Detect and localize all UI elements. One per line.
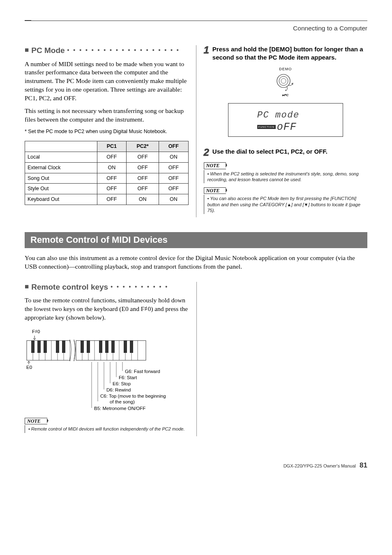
pc-mode-table: PC1 PC2* OFF LocalOFFOFFON External Cloc… — [25, 141, 189, 205]
table-row: Song OutOFFOFFOFF — [25, 173, 189, 184]
svg-rect-10 — [31, 341, 35, 353]
manual-name: DGX-220/YPG-225 Owner's Manual — [284, 463, 356, 468]
step-1: 1 Press and hold the [DEMO] button for l… — [204, 45, 368, 62]
remote-right-col — [197, 282, 367, 436]
remote-para: To use the remote control functions, sim… — [25, 296, 189, 322]
label-lines — [25, 362, 189, 411]
dial-icon — [273, 73, 298, 92]
svg-rect-16 — [76, 341, 146, 360]
lcd-bottom-row: FUNCTIONoFF — [257, 120, 334, 134]
pc-mode-para2: This setting is not necessary when trans… — [25, 107, 189, 124]
table-row: Keyboard OutOFFONON — [25, 194, 189, 205]
svg-rect-30 — [105, 341, 108, 353]
table-row: LocalOFFOFFON — [25, 152, 189, 162]
label-c6-line1: C6: Top (move to the beginning — [100, 393, 166, 399]
right-column: 1 Press and hold the [DEMO] button for l… — [196, 45, 368, 217]
svg-rect-14 — [62, 341, 65, 353]
category-down-icon: ▼ — [304, 202, 309, 207]
pc-mode-footnote: * Set the PC mode to PC2 when using Digi… — [25, 128, 189, 135]
header-rule — [25, 21, 367, 21]
label-d6: D6: Rewind — [106, 387, 131, 393]
remote-keys-heading: ■Remote control keys • • • • • • • • • • — [25, 282, 189, 292]
label-e6: E6: Stop — [113, 381, 131, 387]
breadcrumb: Connecting to a Computer — [25, 24, 367, 33]
pc-sublabel: ▸PC — [204, 93, 368, 98]
table-row: External ClockONOFFOFF — [25, 162, 189, 173]
svg-rect-32 — [124, 341, 127, 353]
remote-intro: You can also use this instrument as a re… — [25, 254, 367, 271]
left-column: ■PC Mode • • • • • • • • • • • • • • • •… — [25, 45, 196, 217]
label-c6-line2: of the song) — [110, 399, 135, 405]
keyboard-icon — [25, 336, 189, 364]
step-2: 2 Use the dial to select PC1, PC2, or OF… — [204, 147, 368, 157]
page-footer: DGX-220/YPG-225 Owner's Manual 81 — [25, 461, 367, 470]
svg-rect-15 — [70, 339, 74, 362]
table-header-row: PC1 PC2* OFF — [25, 141, 189, 152]
svg-point-2 — [281, 78, 286, 83]
category-up-icon: ▲ — [287, 202, 291, 207]
function-badge: FUNCTION — [257, 125, 276, 129]
svg-rect-28 — [87, 341, 90, 353]
lcd-top-text: PC mode — [257, 109, 334, 122]
table-row: Style OutOFFOFFOFF — [25, 184, 189, 194]
label-b5: B5: Metronome ON/OFF — [94, 405, 145, 412]
svg-rect-31 — [111, 341, 115, 353]
label-f6: F6: Start — [119, 375, 137, 381]
svg-rect-11 — [37, 341, 41, 353]
remote-left-col: ■Remote control keys • • • • • • • • • •… — [25, 282, 197, 436]
svg-rect-33 — [130, 341, 133, 353]
note-3: NOTE •Remote control of MIDI devices wil… — [25, 418, 189, 433]
pc-mode-para1: A number of MIDI settings need to be mad… — [25, 60, 189, 103]
svg-rect-13 — [56, 341, 59, 353]
note-1: NOTE •When the PC2 setting is selected t… — [204, 162, 368, 183]
label-fsharp0: F♯0 — [32, 329, 189, 335]
section-bar-remote: Remote Control of MIDI Devices — [25, 232, 367, 248]
pc-mode-heading: ■PC Mode • • • • • • • • • • • • • • • •… — [25, 45, 189, 56]
demo-button-diagram: DEMO ▸PC — [204, 67, 368, 97]
label-g6: G6: Fast forward — [125, 368, 160, 375]
svg-rect-27 — [81, 341, 84, 353]
keyboard-diagram: F♯0 — [25, 329, 189, 414]
lcd-display: PC mode FUNCTIONoFF — [228, 103, 343, 137]
page-number: 81 — [360, 461, 367, 469]
svg-rect-29 — [99, 341, 102, 353]
svg-rect-12 — [44, 341, 47, 353]
note-2: NOTE •You can also access the PC Mode it… — [204, 187, 368, 214]
